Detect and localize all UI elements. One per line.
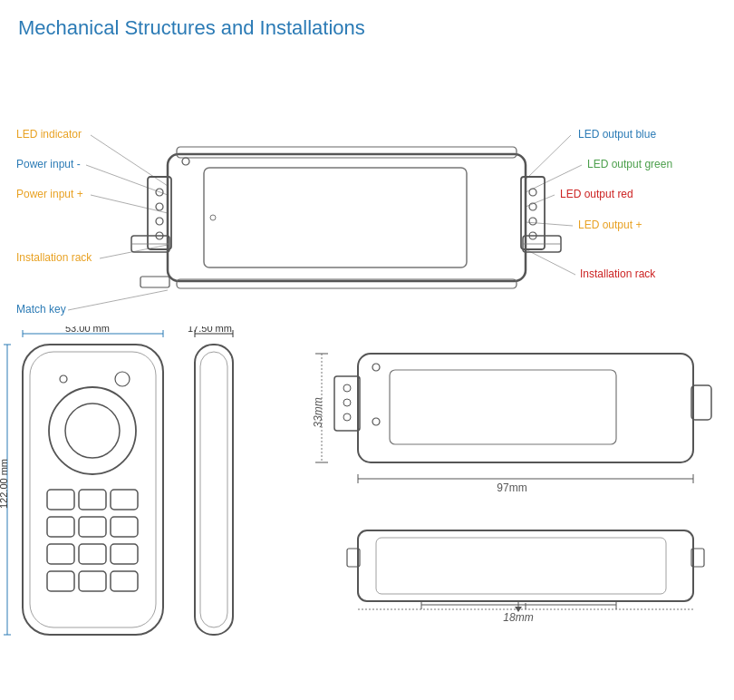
svg-line-1 [86, 165, 168, 195]
svg-point-35 [60, 375, 67, 383]
svg-rect-40 [47, 517, 74, 537]
led-output-green-label: LED output green [587, 158, 672, 170]
svg-point-68 [372, 418, 380, 425]
bottom-diagrams: 53.00 mm 122.00 mm 17.50 mm 33mm 97mm [0, 326, 734, 698]
svg-line-0 [91, 135, 168, 186]
svg-rect-41 [79, 517, 106, 537]
svg-point-34 [65, 403, 120, 458]
svg-line-2 [91, 195, 168, 213]
svg-rect-47 [79, 571, 106, 591]
svg-point-64 [343, 399, 351, 406]
svg-rect-37 [47, 490, 74, 510]
svg-point-65 [343, 413, 351, 421]
svg-rect-38 [79, 490, 106, 510]
svg-rect-45 [111, 544, 138, 564]
svg-rect-46 [47, 571, 74, 591]
svg-rect-11 [204, 168, 467, 267]
svg-line-9 [526, 249, 575, 275]
svg-line-4 [68, 290, 168, 310]
svg-point-63 [343, 384, 351, 392]
controller-height-label: 33mm [312, 397, 324, 427]
svg-rect-10 [168, 154, 526, 281]
svg-rect-44 [79, 544, 106, 564]
controller-depth-label: 18mm [503, 611, 533, 624]
power-input-neg-label: Power input - [16, 158, 81, 170]
svg-rect-48 [111, 571, 138, 591]
svg-point-20 [529, 189, 536, 196]
svg-rect-75 [358, 530, 693, 601]
svg-rect-66 [691, 385, 711, 420]
svg-point-21 [529, 203, 536, 210]
svg-point-16 [156, 203, 163, 210]
power-input-pos-label: Power input + [16, 188, 83, 200]
main-diagram: LED indicator Power input - Power input … [0, 36, 734, 345]
svg-line-5 [526, 135, 571, 180]
installation-rack-right-label: Installation rack [580, 267, 656, 280]
svg-point-22 [529, 218, 536, 225]
installation-rack-left-label: Installation rack [16, 251, 92, 264]
controller-width-label: 97mm [497, 481, 526, 494]
svg-point-67 [372, 364, 380, 371]
svg-rect-76 [376, 538, 666, 594]
remote-width-label: 53.00 mm [65, 326, 110, 334]
led-output-red-label: LED output red [560, 188, 633, 200]
remote-height-label: 122.00 mm [0, 459, 9, 509]
led-output-plus-label: LED output + [578, 219, 642, 231]
led-output-blue-label: LED output blue [578, 128, 656, 141]
svg-rect-29 [140, 277, 169, 287]
svg-point-28 [182, 158, 189, 165]
match-key-label: Match key [16, 303, 66, 316]
remote-depth-label: 17.50 mm [188, 326, 232, 334]
svg-rect-42 [111, 517, 138, 537]
svg-point-33 [49, 387, 136, 474]
svg-point-36 [115, 372, 130, 386]
svg-rect-43 [47, 544, 74, 564]
svg-rect-39 [111, 490, 138, 510]
svg-point-17 [156, 218, 163, 225]
svg-rect-61 [390, 370, 616, 444]
svg-rect-12 [177, 147, 517, 158]
svg-rect-56 [200, 352, 227, 627]
svg-point-30 [210, 215, 216, 220]
led-indicator-label: LED indicator [16, 128, 82, 141]
